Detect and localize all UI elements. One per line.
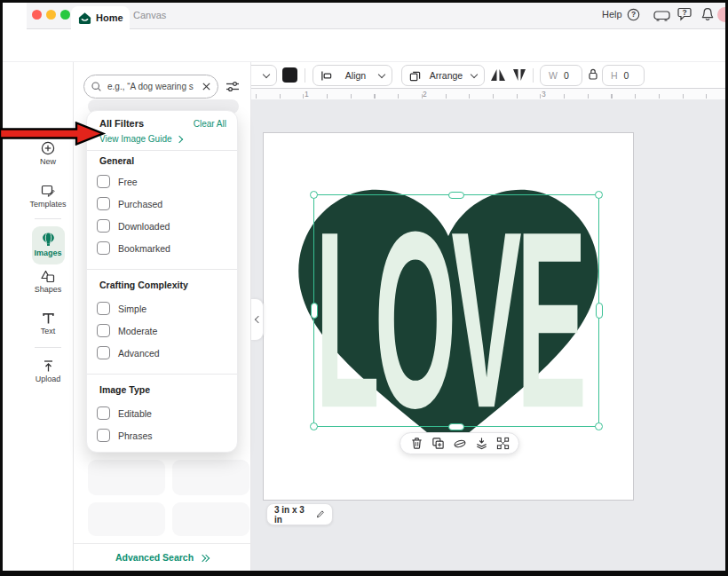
tab-home-label: Home <box>96 12 123 23</box>
arrange-layers-icon <box>409 70 421 82</box>
delete-trash-icon[interactable] <box>410 437 423 450</box>
filters-divider <box>87 150 237 151</box>
width-field[interactable]: W 0 <box>540 65 582 86</box>
advanced-search-link[interactable]: Advanced Search <box>74 552 250 563</box>
resize-handle-left[interactable] <box>311 303 318 319</box>
filters-dropdown: All Filters Clear All View Image Guide G… <box>86 110 238 453</box>
selection-bounding-box[interactable] <box>313 194 599 427</box>
edit-pencil-icon[interactable] <box>315 509 325 520</box>
sidebar-item-images[interactable]: Images <box>23 232 73 257</box>
tab-home[interactable]: Home <box>71 6 130 29</box>
titlebar-left-strip <box>0 0 27 29</box>
resize-handle-right[interactable] <box>596 303 603 319</box>
flip-horizontal-icon[interactable] <box>490 68 506 82</box>
filter-option-simple[interactable]: Simple <box>97 302 146 315</box>
filter-option-editable[interactable]: Editable <box>97 406 152 420</box>
avatar[interactable] <box>717 7 728 22</box>
filter-option-label: Free <box>118 177 138 187</box>
resize-handle-top-left[interactable] <box>310 191 318 199</box>
attach-icon[interactable] <box>496 437 510 450</box>
height-field[interactable]: H 0 <box>602 65 645 86</box>
filter-option-phrases[interactable]: Phrases <box>97 429 153 442</box>
sidebar-item-label: Upload <box>23 375 73 383</box>
filter-option-advanced[interactable]: Advanced <box>97 346 160 359</box>
lock-icon[interactable] <box>588 67 598 81</box>
panel-collapse-button[interactable] <box>251 298 264 341</box>
filter-sliders-icon[interactable] <box>226 80 240 93</box>
filter-option-moderate[interactable]: Moderate <box>97 324 157 337</box>
section-title-complexity: Crafting Complexity <box>99 280 226 290</box>
sidebar-item-shapes[interactable]: Shapes <box>23 270 73 294</box>
sidebar-item-label: Images <box>23 249 73 257</box>
flatten-icon[interactable] <box>475 437 488 450</box>
titlebar: Home Canvas Help ? ? <box>0 0 728 29</box>
machine-icon[interactable] <box>653 11 670 21</box>
ruler-ticks <box>256 94 728 99</box>
sidebar-divider <box>35 347 61 348</box>
help-label[interactable]: Help <box>602 9 622 20</box>
resize-handle-bottom[interactable] <box>448 423 464 430</box>
resize-handle-top[interactable] <box>448 192 464 199</box>
checkbox[interactable] <box>97 175 110 188</box>
sidebar-item-text[interactable]: Text <box>23 312 73 335</box>
checkbox[interactable] <box>97 324 110 337</box>
duplicate-icon[interactable] <box>431 437 445 450</box>
clear-search-icon[interactable] <box>202 82 211 91</box>
image-placeholder-tile <box>172 460 249 495</box>
filter-option-label: Purchased <box>118 199 162 209</box>
chevron-down-icon <box>378 70 385 77</box>
ruler-number: 1 <box>305 90 309 99</box>
support-chat-icon[interactable]: ? <box>677 7 692 22</box>
align-dropdown[interactable]: Align <box>313 65 392 86</box>
notifications-bell-icon[interactable] <box>700 7 715 22</box>
svg-text:?: ? <box>631 10 636 19</box>
size-badge[interactable]: 3 in x 3 in <box>266 503 333 525</box>
color-swatch[interactable] <box>282 67 297 83</box>
close-button[interactable] <box>32 10 42 20</box>
checkbox[interactable] <box>97 197 110 210</box>
filter-option-downloaded[interactable]: Downloaded <box>97 219 170 233</box>
filter-option-label: Editable <box>118 408 152 419</box>
checkbox[interactable] <box>97 241 110 255</box>
image-placeholder-tile <box>88 460 165 495</box>
search-icon <box>91 81 102 92</box>
image-search-box[interactable] <box>83 75 218 99</box>
arrange-dropdown[interactable]: Arrange <box>401 65 485 86</box>
sidebar-item-templates[interactable]: Templates <box>23 184 73 209</box>
filter-option-purchased[interactable]: Purchased <box>97 197 162 210</box>
shapes-icon <box>41 270 55 283</box>
view-image-guide-link[interactable]: View Image Guide <box>99 134 172 144</box>
sidebar-item-label: Templates <box>23 200 73 209</box>
resize-handle-bottom-left[interactable] <box>310 422 318 430</box>
filter-option-bookmarked[interactable]: Bookmarked <box>97 241 170 255</box>
arrange-label: Arrange <box>430 70 463 81</box>
height-value: 0 <box>624 70 629 81</box>
checkbox[interactable] <box>97 219 110 233</box>
tab-canvas[interactable]: Canvas <box>133 10 166 20</box>
ruler-number: 2 <box>423 90 427 99</box>
checkbox[interactable] <box>97 406 110 420</box>
zoom-button[interactable] <box>60 10 70 20</box>
section-title-general: General <box>99 155 226 166</box>
checkbox[interactable] <box>97 429 110 442</box>
filter-option-free[interactable]: Free <box>97 175 138 188</box>
chevron-down-icon <box>263 70 270 77</box>
templates-icon <box>41 184 55 198</box>
advanced-search-label: Advanced Search <box>115 552 194 563</box>
flip-vertical-icon[interactable] <box>513 67 526 83</box>
checkbox[interactable] <box>97 346 110 359</box>
search-input[interactable] <box>106 81 198 92</box>
sidebar-item-upload[interactable]: Upload <box>23 359 73 383</box>
size-badge-label: 3 in x 3 in <box>274 505 310 525</box>
clear-all-link[interactable]: Clear All <box>194 119 226 129</box>
resize-handle-top-right[interactable] <box>595 191 603 199</box>
help-question-icon[interactable]: ? <box>627 8 640 21</box>
resize-handle-bottom-right[interactable] <box>595 422 603 430</box>
header: Untitled Project* T-Shirt • Iron On (HTV… <box>0 29 728 62</box>
hide-icon[interactable] <box>453 438 467 450</box>
minimize-button[interactable] <box>46 10 56 20</box>
checkbox[interactable] <box>97 302 110 315</box>
width-value: 0 <box>564 70 569 81</box>
align-left-icon <box>320 70 332 82</box>
app-window: Home Canvas Help ? ? Untitled Project* T… <box>0 0 728 576</box>
